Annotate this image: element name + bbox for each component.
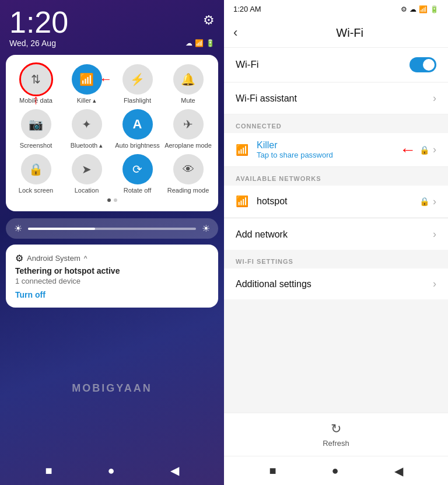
screenshot-label: Screenshot <box>20 142 52 149</box>
wifi-assistant-label: Wi-Fi assistant <box>236 93 297 104</box>
auto-brightness-icon-circle: A <box>123 109 153 139</box>
nav-home-icon-right[interactable]: ● <box>332 464 339 477</box>
aeroplane-icon-circle: ✈ <box>173 109 204 139</box>
bluetooth-icon-circle: ✦ <box>72 109 102 139</box>
quick-item-killer[interactable]: 📶 ← Killer ▴ <box>62 64 111 104</box>
connected-lock-icon: 🔒 <box>419 145 429 155</box>
connected-network-right: 🔒 › <box>419 144 436 156</box>
status-icons-right: ⚙ ☁ 📶 🔋 <box>401 5 439 13</box>
quick-item-aeroplane[interactable]: ✈ Aeroplane mode <box>164 109 212 149</box>
reading-mode-label: Reading mode <box>167 187 209 194</box>
connected-section-label: CONNECTED <box>224 114 448 133</box>
screenshot-icon-circle: 📷 <box>21 109 51 139</box>
lock-screen-label: Lock screen <box>19 187 53 194</box>
settings-gear-icon: ⚙ <box>15 253 23 264</box>
quick-item-flashlight[interactable]: ⚡ Flashlight <box>113 64 162 104</box>
notification-title: Tethering or hotspot active <box>15 266 209 275</box>
add-network-row[interactable]: Add network › <box>224 219 448 250</box>
status-time-right: 1:20 AM <box>233 5 261 13</box>
gear-icon-left[interactable]: ⚙ <box>203 13 215 28</box>
mobile-data-icon-circle: ⇅ ↑ <box>21 64 51 95</box>
status-bar-right: 1:20 AM ⚙ ☁ 📶 🔋 <box>224 0 448 18</box>
dot-active <box>107 198 111 202</box>
killer-icon-circle: 📶 ← <box>72 64 102 95</box>
wifi-assistant-row[interactable]: Wi-Fi assistant › <box>224 83 448 114</box>
hotspot-network-name: hotspot <box>257 196 419 207</box>
battery-icon-left: 🔋 <box>206 39 215 47</box>
flashlight-label: Flashlight <box>124 97 151 104</box>
hotspot-network-right: 🔒 › <box>419 196 436 208</box>
connected-network-sub: Tap to share password <box>257 151 419 159</box>
date-row: Wed, 26 Aug ☁ 📶 🔋 <box>0 39 224 48</box>
flashlight-icon-circle: ⚡ <box>123 64 153 95</box>
brightness-bar[interactable] <box>28 228 196 230</box>
notification-app-name: Android System <box>27 254 80 263</box>
wifi-toggle-label: Wi-Fi <box>236 59 259 71</box>
annotation-arrow-up: ↑ <box>33 92 39 107</box>
quick-item-screenshot[interactable]: 📷 Screenshot <box>12 109 60 149</box>
back-button[interactable]: ‹ <box>233 25 237 40</box>
connected-network-item[interactable]: 📶 Killer Tap to share password 🔒 › ← <box>224 133 448 167</box>
quick-grid: ⇅ ↑ Mobile data 📶 ← Killer ▴ ⚡ Flashligh… <box>12 64 212 194</box>
brightness-row[interactable]: ☀ ☀ <box>6 218 218 239</box>
nav-back-icon-right[interactable]: ◀ <box>394 464 403 478</box>
additional-settings-row[interactable]: Additional settings › <box>224 268 448 299</box>
additional-settings-label: Additional settings <box>236 279 312 289</box>
annotation-arrow-right: ← <box>100 72 113 87</box>
hotspot-chevron-icon: › <box>433 196 436 208</box>
quick-item-location[interactable]: ➤ Location <box>62 154 111 194</box>
quick-item-auto-brightness[interactable]: A Auto brightness <box>113 109 162 149</box>
notification-header: ⚙ Android System ^ <box>15 253 209 264</box>
nav-square-icon-right[interactable]: ■ <box>269 464 276 477</box>
date-text: Wed, 26 Aug <box>9 39 56 48</box>
notification-action-button[interactable]: Turn off <box>15 290 209 299</box>
hotspot-wifi-icon: 📶 <box>236 195 249 208</box>
toggle-knob <box>423 59 435 71</box>
notification-caret-icon: ^ <box>84 254 88 263</box>
nav-back-icon-left[interactable]: ◀ <box>170 463 179 477</box>
bluetooth-label: Bluetooth ▴ <box>71 142 103 149</box>
quick-settings-panel: ⇅ ↑ Mobile data 📶 ← Killer ▴ ⚡ Flashligh… <box>6 55 218 211</box>
quick-item-mute[interactable]: 🔔 Mute <box>164 64 212 104</box>
quick-item-bluetooth[interactable]: ✦ Bluetooth ▴ <box>62 109 111 149</box>
notification-card: ⚙ Android System ^ Tethering or hotspot … <box>6 245 218 308</box>
settings-icon-right: ⚙ <box>401 5 407 13</box>
connected-chevron-icon: › <box>433 144 436 156</box>
rotate-label: Rotate off <box>124 187 152 194</box>
wifi-toggle-switch[interactable] <box>410 57 436 72</box>
status-icons-left: ☁ 📶 🔋 <box>186 39 215 47</box>
hotspot-network-item[interactable]: 📶 hotspot 🔒 › <box>224 186 448 218</box>
quick-item-mobile-data[interactable]: ⇅ ↑ Mobile data <box>12 64 60 104</box>
brightness-high-icon: ☀ <box>202 223 210 234</box>
hotspot-lock-icon: 🔒 <box>419 197 429 206</box>
wifi-assistant-chevron-icon: › <box>433 92 436 104</box>
page-dots <box>12 198 212 202</box>
sim-icon: ☁ <box>186 39 192 47</box>
nav-bar-right: ■ ● ◀ <box>224 456 448 485</box>
nav-home-icon-left[interactable]: ● <box>108 464 115 477</box>
killer-label: Killer ▴ <box>77 97 97 104</box>
sim-icon-right: ☁ <box>410 5 416 13</box>
auto-brightness-label: Auto brightness <box>115 142 159 149</box>
battery-icon-right: 🔋 <box>430 5 439 13</box>
wifi-settings-section-label: WI-FI SETTINGS <box>224 250 448 268</box>
left-panel: 1:20 ⚙ Wed, 26 Aug ☁ 📶 🔋 ⇅ ↑ Mobile data… <box>0 0 224 485</box>
refresh-section[interactable]: ↻ Refresh <box>224 413 448 456</box>
aeroplane-label: Aeroplane mode <box>164 142 212 149</box>
quick-item-rotate[interactable]: ⟳ Rotate off <box>113 154 162 194</box>
add-network-chevron-icon: › <box>433 228 436 240</box>
mute-label: Mute <box>181 97 195 104</box>
watermark: MOBIGYAAN <box>72 382 152 395</box>
location-icon-circle: ➤ <box>72 154 102 184</box>
annotation-arrow-connected: ← <box>400 141 416 159</box>
quick-item-reading-mode[interactable]: 👁 Reading mode <box>164 154 212 194</box>
location-label: Location <box>75 187 99 194</box>
reading-mode-icon-circle: 👁 <box>173 154 204 184</box>
quick-item-lock-screen[interactable]: 🔒 Lock screen <box>12 154 60 194</box>
right-panel: 1:20 AM ⚙ ☁ 📶 🔋 ‹ Wi-Fi Wi-Fi Wi-Fi assi… <box>224 0 448 485</box>
nav-square-icon-left[interactable]: ■ <box>45 464 52 477</box>
additional-settings-chevron-icon: › <box>433 278 436 290</box>
add-network-label: Add network <box>236 229 288 240</box>
wifi-icon-right: 📶 <box>419 5 428 13</box>
lock-screen-icon-circle: 🔒 <box>21 154 51 184</box>
